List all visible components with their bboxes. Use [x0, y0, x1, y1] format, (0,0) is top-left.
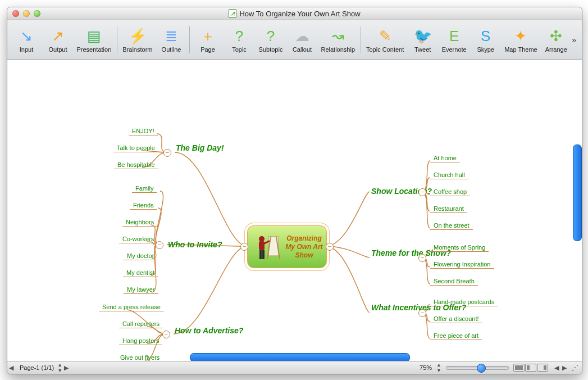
- outline-icon: ≣: [162, 27, 180, 45]
- brainstorm-icon: ⚡: [129, 27, 147, 45]
- input-icon: ↘: [17, 27, 35, 45]
- branch-node[interactable]: Who to Invite?: [168, 240, 222, 249]
- zoom-menu-icon[interactable]: ▲▼: [436, 362, 441, 373]
- toolbar-label: Tweet: [414, 46, 431, 53]
- toolbar-relationship-button[interactable]: ↝Relationship: [318, 26, 358, 54]
- evernote-icon: E: [445, 27, 463, 45]
- collapse-icon[interactable]: −: [240, 243, 248, 251]
- central-topic[interactable]: Organizing My Own Art Show: [247, 225, 327, 268]
- leaf-node[interactable]: On the street: [430, 221, 473, 230]
- toolbar-map-theme-button[interactable]: ✦Map Theme: [502, 26, 541, 54]
- leaf-node[interactable]: Moments of Spring: [430, 243, 489, 252]
- view-right-icon[interactable]: [537, 364, 548, 372]
- leaf-node[interactable]: Restaurant: [430, 205, 467, 213]
- title-text: How To Organize Your Own Art Show: [239, 10, 360, 18]
- resize-handle-icon[interactable]: ⋰: [568, 364, 582, 372]
- view-single-icon[interactable]: [513, 364, 525, 372]
- collapse-icon[interactable]: −: [418, 309, 426, 317]
- leaf-node[interactable]: Co-workers: [119, 235, 157, 243]
- toolbar-input-button[interactable]: ↘Input: [11, 26, 42, 54]
- map-theme-icon: ✦: [512, 27, 530, 45]
- leaf-node[interactable]: Hang posters: [119, 337, 162, 345]
- leaf-node[interactable]: Free piece of art: [430, 332, 482, 340]
- leaf-node[interactable]: Be hospitable: [114, 161, 158, 169]
- mindmap-canvas[interactable]: Organizing My Own Art Show The Big Day!−…: [7, 60, 582, 361]
- toolbar-label: Topic: [232, 46, 247, 53]
- zoom-slider[interactable]: [446, 366, 509, 370]
- toolbar-separator: [361, 26, 361, 53]
- toolbar-label: Map Theme: [504, 46, 537, 53]
- toolbar-label: Presentation: [76, 46, 111, 53]
- toolbar-arrange-button[interactable]: ✣Arrange: [540, 26, 572, 54]
- toolbar-topic-button[interactable]: ?Topic: [224, 26, 255, 54]
- leaf-node[interactable]: Talk to people: [113, 144, 158, 152]
- horizontal-scrollbar[interactable]: [38, 353, 551, 361]
- toolbar-separator: [117, 26, 117, 53]
- leaf-node[interactable]: Friends: [130, 201, 157, 210]
- collapse-icon[interactable]: −: [163, 149, 171, 157]
- presentation-icon: ▤: [85, 27, 103, 45]
- leaf-node[interactable]: Church hall: [430, 171, 468, 179]
- toolbar-label: Relationship: [321, 46, 355, 53]
- toolbar-skype-button[interactable]: SSkype: [470, 26, 502, 54]
- leaf-node[interactable]: Family: [132, 184, 157, 193]
- toolbar-overflow-icon[interactable]: »: [572, 35, 578, 44]
- page-prev-icon[interactable]: ◀: [7, 364, 15, 372]
- collapse-icon[interactable]: −: [326, 243, 334, 251]
- leaf-node[interactable]: Coffee shop: [430, 188, 470, 196]
- toolbar-output-button[interactable]: ↗Output: [42, 26, 74, 54]
- toolbar-label: Brainstorm: [122, 46, 152, 53]
- leaf-node[interactable]: ENJOY!: [129, 127, 158, 135]
- toolbar: ↘Input↗Output▤Presentation⚡Brainstorm≣Ou…: [7, 20, 582, 60]
- leaf-node[interactable]: Hand-made postcards: [430, 298, 498, 306]
- toolbar-label: Skype: [477, 46, 494, 53]
- toolbar-label: Outline: [162, 46, 181, 53]
- titlebar: ⎇ How To Organize Your Own Art Show: [7, 7, 582, 20]
- leaf-node[interactable]: Offer a discount!: [430, 315, 482, 323]
- toolbar-presentation-button[interactable]: ▤Presentation: [74, 26, 115, 54]
- leaf-node[interactable]: My lawyer: [124, 286, 158, 294]
- scroll-right-icon[interactable]: ▶: [560, 364, 568, 372]
- tweet-icon: 🐦: [414, 27, 432, 45]
- scroll-left-icon[interactable]: ◀: [553, 364, 560, 372]
- arrange-icon: ✣: [547, 27, 565, 45]
- svg-rect-6: [262, 250, 265, 259]
- vertical-scrollbar[interactable]: [573, 144, 582, 241]
- toolbar-evernote-button[interactable]: EEvernote: [439, 26, 470, 54]
- collapse-icon[interactable]: −: [418, 188, 426, 196]
- leaf-node[interactable]: My doctor: [124, 252, 157, 260]
- page-icon: ＋: [199, 27, 217, 45]
- view-left-icon[interactable]: [525, 364, 536, 372]
- leaf-node[interactable]: Flowering Inspiration: [430, 260, 494, 269]
- callout-icon: ☁: [293, 27, 311, 45]
- toolbar-subtopic-button[interactable]: ?Subtopic: [255, 26, 286, 54]
- leaf-node[interactable]: At home: [430, 154, 460, 162]
- toolbar-callout-button[interactable]: ☁Callout: [286, 26, 318, 54]
- leaf-node[interactable]: Second Breath: [430, 277, 478, 286]
- leaf-node[interactable]: My dentist: [123, 269, 158, 277]
- toolbar-outline-button[interactable]: ≣Outline: [156, 26, 187, 54]
- page-next-icon[interactable]: ▶: [62, 364, 70, 372]
- toolbar-page-button[interactable]: ＋Page: [192, 26, 224, 54]
- topic-icon: ?: [230, 27, 248, 45]
- skype-icon: S: [477, 27, 495, 45]
- toolbar-label: Page: [200, 46, 215, 53]
- branch-node[interactable]: The Big Day!: [176, 143, 224, 152]
- toolbar-label: Arrange: [545, 46, 567, 53]
- branch-node[interactable]: How to Advertise?: [175, 326, 236, 335]
- toolbar-label: Output: [48, 46, 67, 53]
- toolbar-topic-content-button[interactable]: ✎Topic Content: [363, 26, 407, 54]
- toolbar-brainstorm-button[interactable]: ⚡Brainstorm: [120, 26, 156, 54]
- toolbar-label: Subtopic: [259, 46, 283, 53]
- window-title: ⎇ How To Organize Your Own Art Show: [7, 9, 582, 18]
- toolbar-tweet-button[interactable]: 🐦Tweet: [407, 26, 439, 54]
- svg-point-3: [259, 236, 265, 242]
- collapse-icon[interactable]: −: [418, 254, 426, 262]
- leaf-node[interactable]: Neighbors: [122, 218, 157, 227]
- toolbar-separator: [189, 26, 190, 53]
- page-menu-icon[interactable]: ▲▼: [57, 362, 62, 373]
- collapse-icon[interactable]: −: [162, 331, 170, 338]
- topic-content-icon: ✎: [376, 27, 394, 45]
- leaf-node[interactable]: Call reporters: [119, 320, 163, 328]
- leaf-node[interactable]: Send a press release: [99, 303, 164, 311]
